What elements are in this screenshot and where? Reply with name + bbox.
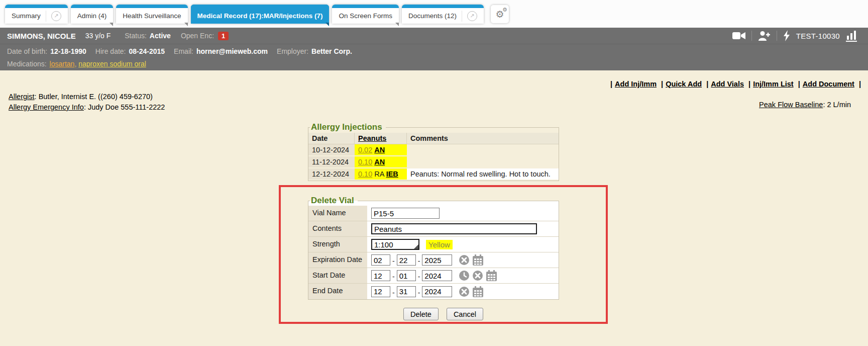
peak-flow-link[interactable]: Peak Flow Baseline: [759, 101, 823, 109]
link-separator: |: [704, 80, 711, 88]
quick-add-link[interactable]: Quick Add: [666, 80, 702, 88]
patient-id: TEST-10030: [796, 32, 840, 40]
tab-divider: [462, 11, 462, 22]
dose-flag-link[interactable]: IEB: [386, 170, 398, 178]
link-separator: |: [856, 80, 863, 88]
employer-value: Better Corp.: [311, 47, 352, 55]
tab-divider: [46, 11, 46, 22]
calendar-icon[interactable]: [472, 254, 484, 266]
expiration-year-input[interactable]: [422, 254, 452, 266]
tab-documents[interactable]: Documents (12): [402, 5, 484, 24]
allergist-link[interactable]: Allergist: [9, 93, 35, 101]
medications-row: Medications: losartan, naproxen sodium o…: [0, 58, 868, 70]
patient-name: SIMMONS, NICOLE: [7, 32, 76, 40]
start-day-input[interactable]: [397, 270, 416, 281]
medication-separator: ,: [74, 60, 78, 68]
lightning-bolt-icon[interactable]: [783, 30, 790, 41]
dob-value: 12-18-1990: [50, 47, 86, 55]
allergy-emergency-line: Allergy Emergency Info: Judy Doe 555-111…: [9, 102, 165, 113]
tab-admin[interactable]: Admin (4): [71, 5, 114, 24]
start-date-field: - -: [367, 268, 559, 283]
calendar-icon[interactable]: [472, 286, 484, 297]
tab-documents-label: Documents (12): [408, 12, 457, 20]
patient-header: SIMMONS, NICOLE 33 y/o F Status: Active …: [0, 28, 868, 70]
email-value: horner@mieweb.com: [196, 47, 268, 55]
hire-date-label: Hire date:: [95, 47, 126, 55]
allergy-injections-fieldset: Allergy Injections Date Peanuts Comments…: [308, 122, 559, 181]
calendar-icon[interactable]: [486, 270, 497, 281]
popout-icon[interactable]: [51, 11, 61, 21]
tab-settings-button[interactable]: [491, 5, 509, 23]
strength-note: Yellow: [426, 240, 453, 249]
tab-on-screen-forms[interactable]: On Screen Forms: [332, 5, 399, 24]
delete-button[interactable]: Delete: [403, 308, 439, 320]
link-separator: |: [746, 80, 753, 88]
date-column-header: Date: [308, 133, 355, 144]
add-vials-link[interactable]: Add Vials: [711, 80, 744, 88]
toolbar-divider: [777, 31, 777, 41]
dose-flag-link[interactable]: AN: [374, 158, 385, 166]
dose-link[interactable]: 0.10: [358, 158, 372, 166]
allergy-emergency-value: : Judy Doe 555-111-2222: [84, 103, 165, 111]
vial-name-input[interactable]: [371, 208, 440, 219]
open-enc-label: Open Enc:: [181, 32, 214, 40]
popout-icon[interactable]: [467, 11, 477, 21]
clear-date-icon[interactable]: [459, 286, 470, 297]
gear-icon-small: [502, 7, 507, 13]
employer-label: Employer:: [277, 47, 308, 55]
tab-admin-label: Admin (4): [77, 12, 107, 20]
status-value: Active: [150, 32, 171, 40]
comments-column-header: Comments: [407, 133, 559, 144]
table-row: 11-12-2024 0.10 AN: [308, 156, 559, 168]
patient-header-row: SIMMONS, NICOLE 33 y/o F Status: Active …: [0, 28, 868, 44]
clear-date-icon[interactable]: [459, 254, 470, 266]
expiration-day-input[interactable]: [397, 254, 416, 266]
video-camera-icon[interactable]: [732, 31, 745, 40]
bar-chart-icon[interactable]: [846, 30, 858, 42]
form-buttons: Delete Cancel: [281, 308, 606, 320]
medication-link-naproxen[interactable]: naproxen sodium oral: [78, 60, 146, 68]
add-document-link[interactable]: Add Document: [803, 80, 854, 88]
dob-label: Date of birth:: [7, 47, 47, 55]
vial-name-label: Vial Name: [308, 206, 367, 221]
end-date-row: End Date - -: [308, 284, 559, 299]
allergy-injections-title: Allergy Injections: [310, 122, 386, 132]
link-separator: |: [796, 80, 803, 88]
dose-link[interactable]: 0.02: [358, 146, 372, 154]
injection-date: 11-12-2024: [308, 156, 355, 168]
peanuts-header-link[interactable]: Peanuts: [358, 134, 386, 142]
expiration-month-input[interactable]: [371, 254, 390, 266]
start-month-input[interactable]: [371, 270, 390, 281]
strength-row: Strength Yellow: [308, 237, 559, 252]
cancel-button[interactable]: Cancel: [447, 308, 483, 320]
add-inj-imm-link[interactable]: Add Inj/Imm: [615, 80, 657, 88]
tab-health-surveillance[interactable]: Health Surveillance: [116, 5, 187, 24]
allergy-emergency-link[interactable]: Allergy Emergency Info: [9, 103, 84, 111]
injection-date: 10-12-2024: [308, 144, 355, 156]
date-separator: -: [418, 289, 420, 297]
contents-input[interactable]: [371, 223, 537, 234]
start-year-input[interactable]: [422, 270, 452, 281]
strength-input[interactable]: [371, 239, 419, 250]
tab-medical-record[interactable]: Medical Record (17):MAR/Injections (7): [191, 5, 330, 24]
end-month-input[interactable]: [371, 286, 390, 297]
allergist-line: Allergist: Butler, Internist E. ((260) 4…: [9, 92, 165, 102]
contents-field: [367, 221, 559, 236]
start-date-row: Start Date - -: [308, 268, 559, 284]
tab-summary-label: Summary: [12, 12, 41, 20]
strength-label: Strength: [308, 237, 367, 252]
add-person-icon[interactable]: [758, 31, 771, 41]
end-year-input[interactable]: [422, 286, 452, 297]
dose-flag-link[interactable]: AN: [374, 146, 385, 154]
inj-imm-list-link[interactable]: Inj/Imm List: [753, 80, 794, 88]
clear-date-icon[interactable]: [472, 270, 483, 281]
dose-link[interactable]: 0.10: [358, 170, 372, 178]
clock-icon[interactable]: [459, 270, 470, 281]
contents-row: Contents: [308, 221, 559, 237]
end-day-input[interactable]: [397, 286, 416, 297]
delete-vial-title: Delete Vial: [310, 196, 358, 206]
medication-link-losartan[interactable]: losartan: [50, 60, 75, 68]
tab-summary[interactable]: Summary: [5, 5, 68, 24]
open-enc-badge[interactable]: 1: [218, 32, 229, 40]
link-separator: |: [659, 80, 666, 88]
